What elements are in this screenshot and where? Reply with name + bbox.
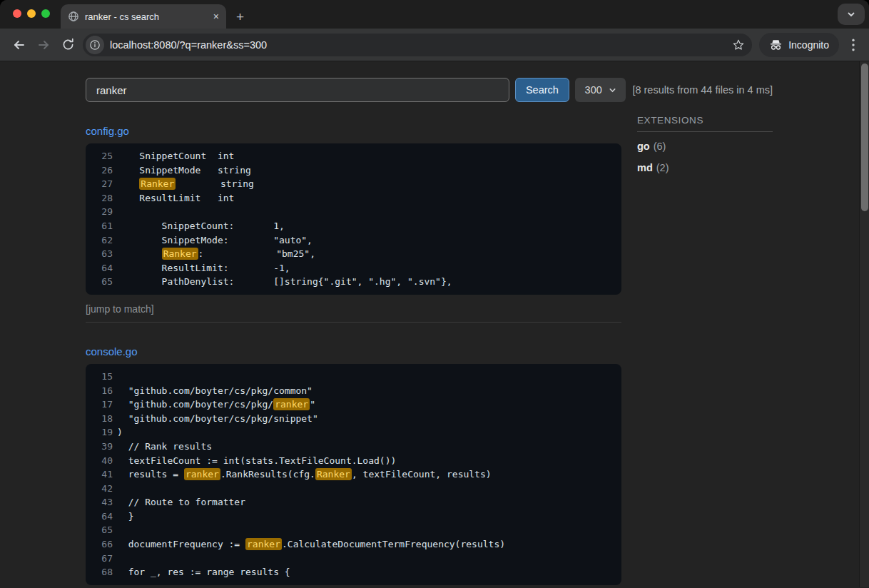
code-text: Ranker: "bm25", [117, 247, 315, 261]
code-line: 66 documentFrequency := ranker.Calculate… [96, 537, 611, 552]
code-line: 63 Ranker: "bm25", [96, 247, 611, 261]
close-window-button[interactable] [13, 9, 21, 18]
line-number: 66 [96, 537, 113, 552]
code-line: 40 textFileCount := int(stats.TextFileCo… [96, 454, 611, 468]
line-number: 61 [96, 219, 113, 233]
code-line: 29 [96, 205, 611, 219]
code-line: 26 SnippetMode string [96, 163, 611, 178]
browser-menu-icon[interactable] [845, 33, 862, 57]
code-line: 43 // Route to formatter [96, 495, 611, 510]
reload-button[interactable] [56, 33, 80, 57]
code-line: 64 ResultLimit: -1, [96, 261, 611, 275]
extensions-heading: EXTENSIONS [637, 115, 773, 126]
search-match-highlight: ranker [184, 468, 220, 480]
line-number: 65 [96, 523, 113, 537]
line-number: 29 [96, 205, 113, 219]
code-line: 41 results = ranker.RankResults(cfg.Rank… [96, 467, 611, 482]
code-text: ResultLimit: -1, [117, 261, 290, 275]
line-number: 43 [96, 495, 113, 510]
code-text: textFileCount := int(stats.TextFileCount… [117, 454, 396, 468]
browser-toolbar: localhost:8080/?q=ranker&ss=300 Incognit… [0, 29, 869, 61]
scrollbar-track[interactable] [859, 61, 869, 587]
address-bar[interactable]: localhost:8080/?q=ranker&ss=300 [83, 34, 752, 56]
line-number: 28 [96, 191, 113, 206]
search-status-text: [8 results from 44 files in 4 ms] [632, 84, 773, 96]
search-match-highlight: ranker [273, 398, 310, 410]
code-line: 68 for _, res := range results { [96, 565, 611, 579]
code-text: SnippetCount: 1, [117, 219, 285, 233]
line-number: 41 [96, 467, 113, 482]
code-text: results = ranker.RankResults(cfg.Ranker,… [117, 467, 492, 482]
code-line: 62 SnippetMode: "auto", [96, 233, 611, 248]
incognito-label: Incognito [788, 39, 829, 51]
globe-icon [68, 11, 79, 22]
code-line: 19) [96, 425, 611, 440]
site-info-icon[interactable] [86, 36, 104, 54]
page-viewport: Search 300 [8 results from 44 files in 4… [0, 61, 869, 587]
traffic-lights [13, 9, 50, 18]
jump-to-match-link[interactable]: [jump to match] [86, 303, 621, 315]
snippet-size-value: 300 [585, 84, 602, 96]
extension-filter-md[interactable]: md(2) [637, 161, 773, 175]
fullscreen-window-button[interactable] [41, 9, 50, 18]
line-number: 67 [96, 552, 113, 566]
file-link[interactable]: config.go [86, 125, 129, 137]
code-line: 16 "github.com/boyter/cs/pkg/common" [96, 384, 611, 398]
browser-window: ranker - cs search × + [0, 0, 869, 588]
tab-search-chevron-button[interactable] [838, 4, 865, 25]
code-text: SnippetMode: "auto", [117, 233, 312, 248]
file-link[interactable]: console.go [86, 345, 138, 358]
line-number: 68 [96, 565, 113, 579]
tab-title: ranker - cs search [85, 11, 208, 22]
line-number: 42 [96, 482, 113, 496]
code-line: 61 SnippetCount: 1, [96, 219, 611, 233]
code-snippet: 1516 "github.com/boyter/cs/pkg/common"17… [86, 364, 621, 585]
result-divider [86, 322, 621, 323]
extension-count: (2) [656, 162, 669, 173]
code-text: ResultLimit int [117, 191, 234, 206]
extension-name: go [637, 141, 650, 152]
code-text: "github.com/boyter/cs/pkg/common" [117, 384, 312, 398]
forward-button[interactable] [31, 33, 56, 57]
code-text: // Route to formatter [117, 495, 245, 510]
search-input[interactable] [86, 78, 509, 102]
code-text: documentFrequency := ranker.CalculateDoc… [117, 537, 505, 552]
code-text: ) [117, 425, 123, 440]
line-number: 40 [96, 454, 113, 468]
code-text: SnippetCount int [117, 149, 234, 163]
line-number: 26 [96, 163, 113, 178]
line-number: 16 [96, 384, 113, 398]
extensions-list: go(6)md(2) [637, 139, 773, 175]
search-button[interactable]: Search [515, 78, 569, 102]
line-number: 64 [96, 261, 113, 275]
incognito-badge: Incognito [759, 33, 839, 57]
new-tab-button[interactable]: + [236, 10, 244, 24]
code-text: for _, res := range results { [117, 565, 290, 579]
extensions-divider [637, 131, 773, 132]
code-line: 65 PathDenylist: []string{".git", ".hg",… [96, 275, 611, 289]
code-line: 42 [96, 482, 611, 496]
code-line: 18 "github.com/boyter/cs/pkg/snippet" [96, 412, 611, 426]
tab-strip: ranker - cs search × + [0, 0, 869, 29]
search-match-highlight: Ranker [139, 178, 176, 190]
code-snippet: 25 SnippetCount int26 SnippetMode string… [86, 143, 621, 295]
code-line: 15 [96, 370, 611, 384]
browser-tab[interactable]: ranker - cs search × [61, 4, 226, 29]
line-number: 27 [96, 177, 113, 191]
url-text[interactable]: localhost:8080/?q=ranker&ss=300 [110, 39, 726, 51]
code-line: 25 SnippetCount int [96, 149, 611, 163]
line-number: 63 [96, 247, 113, 261]
tab-close-icon[interactable]: × [213, 11, 219, 21]
code-line: 39 // Rank results [96, 440, 611, 454]
back-button[interactable] [7, 33, 31, 57]
bookmark-star-icon[interactable] [732, 39, 745, 51]
code-line: 64 } [96, 510, 611, 524]
minimize-window-button[interactable] [27, 9, 36, 18]
scrollbar-thumb[interactable] [861, 64, 868, 211]
extension-filter-go[interactable]: go(6) [637, 139, 773, 153]
extensions-sidebar: EXTENSIONS go(6)md(2) [637, 102, 773, 175]
code-line: 65 [96, 523, 611, 537]
code-text: // Rank results [117, 440, 212, 454]
extension-count: (6) [654, 141, 666, 152]
snippet-size-select[interactable]: 300 [575, 78, 626, 102]
